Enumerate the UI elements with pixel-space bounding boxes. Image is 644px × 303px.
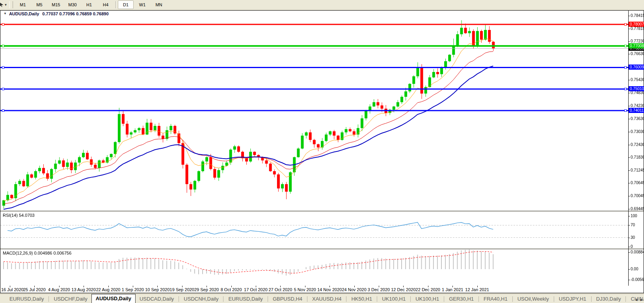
cursor-tool-icon[interactable]: ▼ xyxy=(0,1,9,8)
timeframe-button-m5[interactable]: M5 xyxy=(32,0,47,9)
date-axis-label: 27 Oct 2020 xyxy=(268,287,292,292)
date-axis-label: 8 Oct 2020 xyxy=(221,287,242,292)
date-axis-label: 3 Dec 2020 xyxy=(368,287,390,292)
tab-strip: EURUSD,DailyUSDCHF,DailyAUDUSD,DailyUSDC… xyxy=(0,294,644,303)
chart-title-bar: ▼ AUDUSD,Daily 0.77037 0.77096 0.76859 0… xyxy=(0,11,644,17)
rsi-axis-label: 30 xyxy=(629,235,644,240)
tab-separator xyxy=(410,296,411,302)
date-axis-label: 5 Nov 2020 xyxy=(294,287,316,292)
chart-tab-audusd-daily[interactable]: AUDUSD,Daily xyxy=(91,294,136,303)
price-axis-label: 0.70045 xyxy=(629,194,644,198)
price-axis-label: 0.72430 xyxy=(629,142,644,147)
chart-tab-usdcnh-daily[interactable]: USDCNH,Daily xyxy=(180,295,222,303)
chevron-down-icon: ▼ xyxy=(4,3,7,7)
price-axis-label: 0.70645 xyxy=(629,181,644,185)
current-price-badge: 0.76890 xyxy=(629,46,644,51)
timeframe-button-m15[interactable]: M15 xyxy=(48,0,64,9)
date-axis-label: 13 Aug 2020 xyxy=(71,287,96,292)
tab-separator xyxy=(377,296,377,302)
price-axis-label: 0.73030 xyxy=(629,129,644,134)
price-line-badge: 0.76009 xyxy=(629,65,644,70)
tab-separator xyxy=(625,296,626,302)
price-axis-label: 0.76630 xyxy=(629,52,644,56)
tab-separator xyxy=(268,296,268,302)
chart-tab-usoil-weekly[interactable]: USOil,Weekly xyxy=(514,295,553,303)
macd-axis-label: 0.00884 xyxy=(629,250,644,255)
rsi-axis-label: 100 xyxy=(629,214,644,218)
chart-window: ▼ AUDUSD,Daily 0.77037 0.77096 0.76859 0… xyxy=(0,10,644,293)
tab-scroll-left-icon[interactable]: ◂ xyxy=(635,297,637,302)
macd-axis-label: 0.00 xyxy=(629,267,644,272)
chart-tab-eurusd-daily[interactable]: EURUSD,Daily xyxy=(6,295,48,303)
chart-tab-uk100-h1[interactable]: UK100,H1 xyxy=(411,295,443,303)
price-chart-canvas[interactable] xyxy=(0,17,628,211)
date-axis-label: 24 Nov 2020 xyxy=(342,287,366,292)
rsi-axis-label: 70 xyxy=(629,223,644,227)
chart-tab-bar: EURUSD,DailyUSDCHF,DailyAUDUSD,DailyUSDC… xyxy=(0,294,644,303)
chart-tab-usdjpy-h1[interactable]: USDJPY,H1 xyxy=(555,295,590,303)
chart-tab-fra40-h1[interactable]: FRA40,H1 xyxy=(480,295,512,303)
tab-separator xyxy=(478,296,479,302)
chart-tab-usdchf-daily[interactable]: USDCHF,Daily xyxy=(50,295,91,303)
chart-tab-usdcad-daily[interactable]: USDCAD,Daily xyxy=(136,295,178,303)
price-axis-label: 0.73630 xyxy=(629,116,644,121)
toolbar-separator xyxy=(115,1,116,8)
date-axis-label: 25 Jul 2020 xyxy=(23,287,46,292)
chart-tab-dj30-daily[interactable]: DJ30,Daily xyxy=(592,295,625,303)
price-axis-label: 0.77815 xyxy=(629,26,644,31)
chart-tab-eurusd-daily[interactable]: EURUSD,Daily xyxy=(224,295,266,303)
date-axis-label: 16 Jul 2020 xyxy=(1,287,24,292)
timeframe-button-h4[interactable]: H4 xyxy=(98,0,114,9)
timeframe-button-mn[interactable]: MN xyxy=(151,0,167,9)
macd-chart-canvas[interactable] xyxy=(0,249,628,286)
tab-separator xyxy=(346,296,346,302)
tab-separator xyxy=(307,296,307,302)
date-axis: 16 Jul 202025 Jul 20204 Aug 202013 Aug 2… xyxy=(0,286,644,293)
price-axis-label: 0.71830 xyxy=(629,155,644,160)
price-line-badge: 0.78007 xyxy=(629,22,644,27)
macd-indicator-label: MACD(12,26,9) 0.004986 0.006756 xyxy=(3,251,71,255)
price-axis-label: 0.77230 xyxy=(629,39,644,44)
tab-separator xyxy=(444,296,444,302)
chart-tab-hk50-h1[interactable]: HK50,H1 xyxy=(347,295,376,303)
tab-separator xyxy=(554,296,554,302)
tab-separator xyxy=(223,296,223,302)
macd-axis-label: -0.00565 xyxy=(629,277,644,282)
tab-separator xyxy=(179,296,179,302)
rsi-chart-canvas[interactable] xyxy=(0,212,628,248)
toolbar-grip xyxy=(9,1,13,8)
date-axis-label: 19 Sep 2020 xyxy=(170,287,194,292)
timeframe-buttons: M1M5M15M30H1H4D1W1MN xyxy=(15,0,167,9)
chart-tab-uk100-h1[interactable]: UK100,H1 xyxy=(378,295,409,303)
timeframe-button-m1[interactable]: M1 xyxy=(15,0,31,9)
date-axis-label: 12 Dec 2020 xyxy=(391,287,415,292)
price-axis-label: 0.71245 xyxy=(629,168,644,173)
timeframe-toolbar: ▼ M1M5M15M30H1H4D1W1MN xyxy=(0,0,644,10)
date-axis-label: 14 Nov 2020 xyxy=(317,287,342,292)
price-line-badge: 0.77008 xyxy=(629,43,644,48)
chart-symbol-label: AUDUSD,Daily xyxy=(9,11,39,16)
chart-ohlc-values: 0.77037 0.77096 0.76859 0.76890 xyxy=(42,11,108,16)
tab-separator xyxy=(512,296,513,302)
chart-menu-triangle-icon[interactable]: ▼ xyxy=(4,12,7,15)
price-line-badge: 0.75010 xyxy=(629,86,644,91)
tab-separator xyxy=(48,296,49,302)
cursor-arrow-icon xyxy=(0,3,4,7)
price-axis-label: 0.74230 xyxy=(629,103,644,108)
date-axis-label: 1 Sep 2020 xyxy=(122,287,144,292)
chart-tab-gbpusd-h4[interactable]: GBPUSD,H4 xyxy=(269,295,306,303)
date-axis-label: 22 Dec 2020 xyxy=(416,287,440,292)
date-axis-label: 10 Sep 2020 xyxy=(145,287,169,292)
price-axis-label: 0.75430 xyxy=(629,78,644,82)
chart-tab-xauusd-h4[interactable]: XAUUSD,H4 xyxy=(308,295,345,303)
date-axis-label: 22 Aug 2020 xyxy=(96,287,121,292)
timeframe-button-d1[interactable]: D1 xyxy=(118,0,134,9)
date-axis-label: 1 Jan 2021 xyxy=(442,287,463,292)
tab-scroll-right-icon[interactable]: ▸ xyxy=(640,297,642,302)
chart-tab-ger30-h1[interactable]: GER30,H1 xyxy=(445,295,478,303)
timeframe-button-m30[interactable]: M30 xyxy=(65,0,80,9)
date-axis-label: 29 Sep 2020 xyxy=(194,287,219,292)
date-axis-label: 17 Oct 2020 xyxy=(244,287,268,292)
timeframe-button-h1[interactable]: H1 xyxy=(81,0,97,9)
timeframe-button-w1[interactable]: W1 xyxy=(134,0,150,9)
